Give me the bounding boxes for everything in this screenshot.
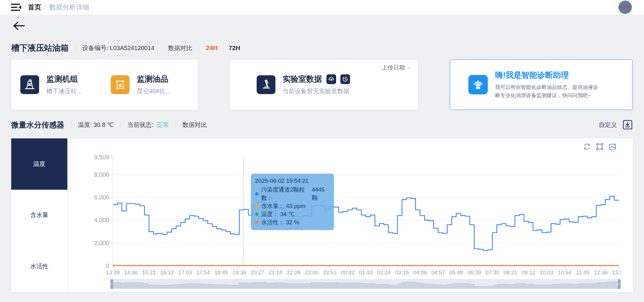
range-72h-button[interactable]: 72H — [228, 44, 240, 52]
device-no: 设备编号: L03A524120014 — [82, 44, 154, 52]
sensor-status: 当前状态: 正常 — [127, 121, 169, 129]
sensor-temp: 温度: 30.8 ℃ — [78, 121, 114, 129]
svg-text:03:15: 03:15 — [395, 270, 409, 276]
menu-collapse-icon[interactable] — [11, 3, 21, 11]
svg-text:18:45: 18:45 — [214, 270, 228, 276]
assistant-card[interactable]: 嗨!我是智能诊断助理 我可以帮你智能化诊断油品状态、提供油液诊 断专业化润滑设备… — [450, 59, 632, 110]
svg-text:11:45: 11:45 — [576, 270, 589, 276]
oil-barrel-icon — [111, 75, 130, 94]
svg-text:22:09: 22:09 — [287, 270, 300, 276]
svg-text:14:30: 14:30 — [124, 270, 138, 276]
download-box-icon[interactable] — [622, 120, 633, 130]
svg-text:9,509: 9,509 — [94, 154, 109, 161]
monitor-oil-title: 监测油品 — [137, 74, 171, 84]
compare-label: 数据对比 — [168, 44, 192, 52]
svg-text:20:27: 20:27 — [251, 270, 264, 276]
monitor-unit-sub[interactable]: 槽下液压站… — [46, 87, 83, 95]
chart-tabs: 温度 含水量 水活性 — [11, 138, 68, 292]
divider — [75, 45, 76, 51]
svg-text:08:21: 08:21 — [504, 270, 517, 276]
svg-text:12:36: 12:36 — [594, 270, 608, 276]
tab-water-content[interactable]: 含水量 — [11, 190, 67, 241]
divider — [71, 121, 71, 128]
svg-text:2,000: 2,000 — [94, 240, 109, 246]
assistant-desc: 我可以帮你智能化诊断油品状态、提供油液诊 断专业化润滑设备监测建议，快问问我吧~ — [495, 83, 598, 100]
svg-text:15:21: 15:21 — [142, 270, 156, 276]
svg-text:16:12: 16:12 — [160, 270, 174, 276]
datazoom-slider[interactable] — [111, 279, 620, 288]
save-image-icon[interactable] — [609, 143, 616, 151]
breadcrumb-current: 数据分析详细 — [49, 3, 89, 12]
upload-date: 上传日期: - — [382, 64, 410, 72]
svg-text:07:30: 07:30 — [485, 270, 499, 276]
tab-water-activity[interactable]: 水活性 — [11, 241, 67, 292]
svg-text:04:57: 04:57 — [431, 270, 445, 276]
svg-text:13:39: 13:39 — [106, 270, 120, 276]
derrick-icon — [20, 75, 39, 94]
svg-text:8,000: 8,000 — [94, 171, 109, 178]
svg-text:19:36: 19:36 — [232, 270, 246, 276]
restore-icon[interactable] — [583, 143, 591, 151]
datazoom-handle-left[interactable] — [110, 279, 113, 289]
sensor-title: 微量水分传感器 — [11, 120, 64, 130]
divider — [161, 45, 161, 51]
range-24h-button[interactable]: 24H — [206, 44, 218, 52]
avatar[interactable]: inzoc — [619, 1, 632, 14]
svg-text:05:48: 05:48 — [449, 270, 463, 276]
back-button[interactable] — [13, 21, 25, 31]
assistant-title: 嗨!我是智能诊断助理 — [495, 70, 598, 80]
monitor-card: 监测机组 槽下液压站… 监测油品 昆仑46#抗… — [11, 59, 198, 110]
svg-text:01:33: 01:33 — [359, 270, 373, 276]
datazoom-handle-right[interactable] — [618, 279, 621, 289]
lab-sub: 当前设备暂无实验室数据 — [283, 87, 350, 95]
svg-text:13:27: 13:27 — [612, 270, 621, 276]
divider — [176, 121, 176, 128]
custom-range-button[interactable]: 自定义 — [599, 121, 617, 129]
svg-text:0: 0 — [106, 263, 109, 269]
back-arrow-icon — [13, 21, 25, 31]
svg-text:02:24: 02:24 — [377, 270, 391, 276]
robot-icon — [468, 75, 488, 94]
svg-text:4,000: 4,000 — [94, 217, 109, 223]
svg-text:04:06: 04:06 — [413, 270, 427, 276]
lab-title: 实验室数据 — [283, 74, 322, 84]
cloud-upload-icon[interactable] — [326, 74, 336, 84]
line-chart[interactable]: 9,5098,0006,0004,0002,000013:3914:3015:2… — [72, 154, 621, 278]
svg-text:09:12: 09:12 — [522, 270, 535, 276]
divider — [120, 121, 121, 128]
microscope-icon — [257, 75, 275, 94]
svg-text:23:00: 23:00 — [305, 270, 319, 276]
monitor-unit-title: 监测机组 — [46, 74, 83, 84]
svg-text:17:03: 17:03 — [178, 270, 192, 276]
lab-card: 上传日期: - 实验室数据 — [230, 59, 418, 110]
svg-text:10:03: 10:03 — [540, 270, 553, 276]
svg-text:00:42: 00:42 — [341, 270, 355, 276]
svg-text:6,000: 6,000 — [94, 194, 109, 201]
history-icon[interactable] — [340, 74, 350, 84]
page-title: 槽下液压站油箱 — [11, 42, 69, 53]
svg-text:23:51: 23:51 — [323, 270, 336, 276]
device-header: 槽下液压站油箱 设备编号: L03A524120014 数据对比 24H 72H — [11, 42, 633, 53]
breadcrumb-separator: / — [44, 3, 46, 11]
tab-temperature[interactable]: 温度 — [11, 138, 67, 190]
monitor-oil-sub[interactable]: 昆仑46#抗… — [137, 87, 171, 95]
divider — [199, 45, 199, 51]
svg-text:21:18: 21:18 — [269, 270, 282, 276]
svg-text:06:39: 06:39 — [467, 270, 481, 276]
svg-text:10:54: 10:54 — [558, 270, 572, 276]
sensor-chart-panel: 温度 含水量 水活性 — [11, 138, 633, 292]
breadcrumb-home[interactable]: 首页 — [28, 3, 41, 12]
sensor-header: 微量水分传感器 温度: 30.8 ℃ 当前状态: 正常 数据对比 自定义 — [11, 120, 633, 130]
top-header: 首页 / 数据分析详细 inzoc — [0, 0, 644, 15]
svg-text:17:54: 17:54 — [196, 270, 210, 276]
avatar-logo-text: inzoc — [620, 5, 630, 9]
sensor-compare-label: 数据对比 — [183, 121, 207, 129]
status-badge: 正常 — [157, 121, 169, 128]
zoom-select-icon[interactable] — [596, 143, 604, 151]
